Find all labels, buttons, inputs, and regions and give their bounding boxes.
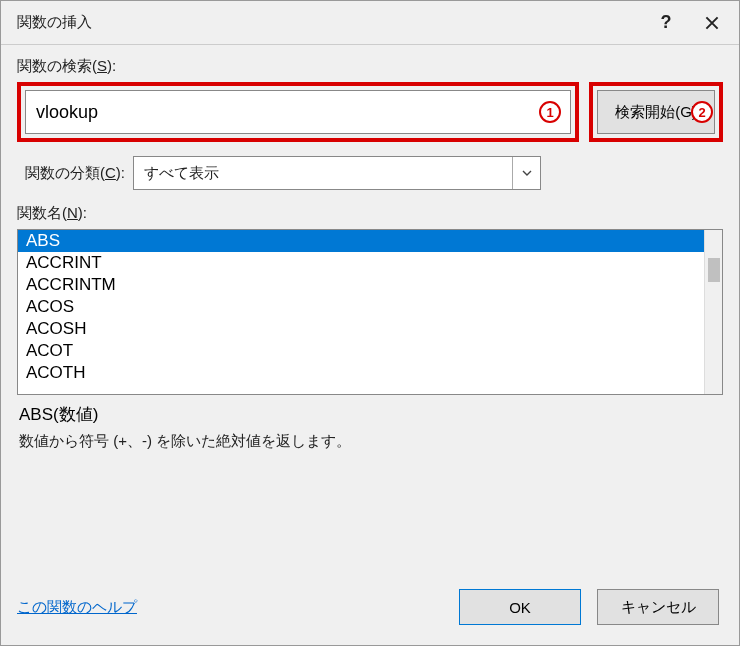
search-highlight: 1 [17, 82, 579, 142]
list-item[interactable]: ACOT [18, 340, 704, 362]
function-name-label: 関数名(N): [17, 204, 723, 223]
close-icon [705, 16, 719, 30]
list-item[interactable]: ACOS [18, 296, 704, 318]
help-link[interactable]: この関数のヘルプ [17, 598, 137, 617]
list-item[interactable]: ACOTH [18, 362, 704, 384]
function-description: 数値から符号 (+、-) を除いた絶対値を返します。 [19, 432, 721, 451]
list-item[interactable]: ACCRINTM [18, 274, 704, 296]
list-item[interactable]: ACCRINT [18, 252, 704, 274]
dialog-content: 関数の検索(S): 1 検索開始(G) 2 関数の分類(C): すべて表示 [1, 45, 739, 575]
search-input[interactable] [25, 90, 571, 134]
search-row: 1 検索開始(G) 2 [17, 82, 723, 142]
help-button[interactable]: ? [643, 7, 689, 39]
category-value: すべて表示 [134, 164, 512, 183]
list-item[interactable]: ABS [18, 230, 704, 252]
cancel-button[interactable]: キャンセル [597, 589, 719, 625]
search-label: 関数の検索(S): [17, 57, 723, 76]
function-list-wrap: ABSACCRINTACCRINTMACOSACOSHACOTACOTH [17, 229, 723, 395]
chevron-down-icon [512, 157, 540, 189]
close-button[interactable] [689, 7, 735, 39]
description-area: ABS(数値) 数値から符号 (+、-) を除いた絶対値を返します。 [17, 395, 723, 451]
dialog-title: 関数の挿入 [17, 13, 643, 32]
category-label: 関数の分類(C): [25, 164, 125, 183]
ok-button[interactable]: OK [459, 589, 581, 625]
scrollbar[interactable] [704, 230, 722, 394]
dialog-footer: この関数のヘルプ OK キャンセル [1, 575, 739, 645]
function-list[interactable]: ABSACCRINTACCRINTMACOSACOSHACOTACOTH [18, 230, 704, 394]
function-signature: ABS(数値) [19, 403, 721, 426]
insert-function-dialog: 関数の挿入 ? 関数の検索(S): 1 検索開始(G) 2 関数の分類(C): [0, 0, 740, 646]
category-row: 関数の分類(C): すべて表示 [25, 156, 723, 190]
category-select[interactable]: すべて表示 [133, 156, 541, 190]
scrollbar-thumb[interactable] [708, 258, 720, 282]
go-button[interactable]: 検索開始(G) [597, 90, 715, 134]
list-item[interactable]: ACOSH [18, 318, 704, 340]
titlebar: 関数の挿入 ? [1, 1, 739, 45]
go-highlight: 検索開始(G) 2 [589, 82, 723, 142]
